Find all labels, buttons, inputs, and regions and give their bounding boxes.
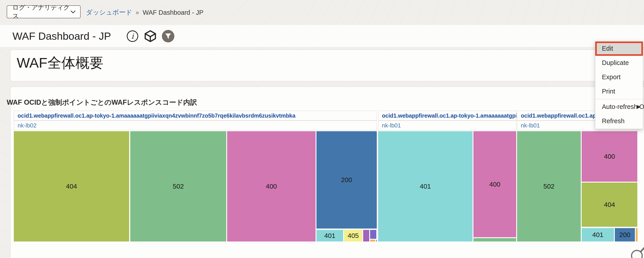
treemap-cell[interactable] [376,240,377,241]
overview-card: WAF全体概要 [10,50,644,81]
treemap-cell-404[interactable]: 404 [582,183,637,227]
treemap-cell-502[interactable]: 502 [130,131,226,241]
filter-icon[interactable] [162,30,174,43]
treemap-cell-400[interactable]: 400 [474,131,516,237]
treemap-cell-area: 401400 [378,131,517,241]
page-title: WAF Dashboard - JP [12,25,111,47]
treemap-cell-400[interactable]: 400 [582,131,637,182]
waf-ocid-link[interactable]: ocid1.webappfirewall.oc1.ap-tokyo-1.amaa… [14,111,377,120]
service-selector[interactable]: ログ・アナリティクス [7,5,80,18]
treemap-cell-area: 502400404401200 [517,131,638,241]
top-bar: ログ・アナリティクス ダッシュボード » WAF Dashboard - JP [0,0,644,25]
breadcrumb-separator: » [136,9,139,16]
submenu-arrow-icon: ▶ [637,100,641,114]
treemap-cell-404[interactable]: 404 [14,131,129,241]
svg-text:i: i [132,32,134,40]
treemap-cell-area: 404502400200401405 [14,131,377,241]
compartment-icon[interactable] [144,30,157,43]
treemap-group-1: ocid1.webappfirewall.oc1.ap-tokyo-1.amaa… [14,111,377,130]
menu-item-refresh[interactable]: Refresh [595,114,643,128]
treemap-cell-405[interactable]: 405 [344,230,362,241]
enforcement-point-link[interactable]: nk-lb02 [14,120,377,130]
info-icon[interactable]: i [126,30,139,43]
enforcement-point-link[interactable]: nk-lb01 [378,120,517,130]
breadcrumb-dashboards-link[interactable]: ダッシュボード [86,8,132,17]
treemap-cell-502[interactable]: 502 [517,131,581,241]
treemap-cell-401[interactable]: 401 [378,131,472,241]
treemap-cell[interactable] [370,240,375,241]
treemap-cell[interactable] [474,238,516,241]
dashboard-header: WAF Dashboard - JP i カスタム 1月 1 05:34 [0,25,644,47]
menu-item-edit[interactable]: Edit [595,42,643,56]
menu-item-export[interactable]: Export [595,70,643,84]
breadcrumb-current: WAF Dashboard - JP [143,9,204,16]
treemap-cell-401[interactable]: 401 [582,228,614,241]
actions-menu: EditDuplicateExportPrintAuto-refresh Off… [595,41,643,129]
menu-item-duplicate[interactable]: Duplicate [595,56,643,70]
treemap-cell-200[interactable]: 200 [316,131,377,228]
service-selector-label: ログ・アナリティクス [12,3,70,20]
treemap-cell[interactable] [636,228,638,241]
zoom-magnifier-icon[interactable] [631,244,644,258]
chevron-down-icon [70,8,76,15]
treemap-cell[interactable] [370,230,376,239]
treemap-group-2: ocid1.webappfirewall.oc1.ap-tokyo-1.amaa… [378,111,517,130]
chart-title: WAF OCIDと強制ポイントごとのWAFレスポンスコード内訳 [7,98,197,107]
menu-item-auto-refresh-off[interactable]: Auto-refresh Off▶ [595,100,643,114]
menu-item-print[interactable]: Print [595,84,643,99]
treemap-cell[interactable] [363,230,369,241]
filter-icon-circle [162,30,174,42]
treemap-cell-400[interactable]: 400 [227,131,316,241]
waf-ocid-link[interactable]: ocid1.webappfirewall.oc1.ap-tokyo-1.amaa… [378,111,517,120]
treemap-cell-401[interactable]: 401 [316,230,343,241]
breadcrumb: ダッシュボード » WAF Dashboard - JP [86,0,204,25]
treemap-cell-200[interactable]: 200 [615,228,635,241]
section-title: WAF全体概要 [17,53,104,73]
